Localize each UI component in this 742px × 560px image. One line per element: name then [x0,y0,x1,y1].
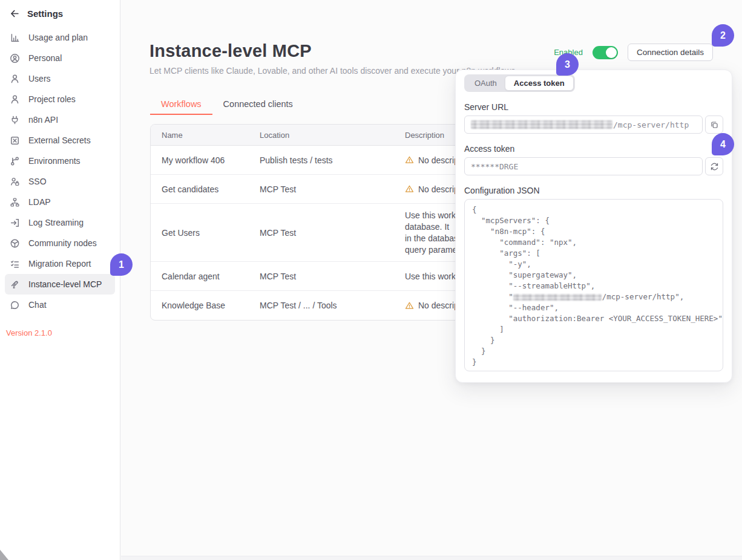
sidebar-item-label: Instance-level MCP [28,279,102,289]
plug-icon [10,115,20,125]
user-icon [10,94,20,105]
refresh-icon [710,162,719,171]
annotation-badge-1: 1 [110,253,133,276]
redacted-server-host [513,294,602,301]
code-line: "command": "npx", [472,237,715,248]
sidebar-item-label: Usage and plan [28,33,88,42]
page-title: Instance-level MCP [149,41,312,61]
sidebar-item-label: SSO [28,177,47,186]
sidebar-title: Settings [27,8,63,19]
sidebar-item-label: Environments [28,156,80,166]
sidebar-nav: Usage and plan Personal Users Project ro… [0,25,120,317]
code-line: "supergateway", [472,270,715,281]
sidebar-item-label: LDAP [28,197,51,207]
workflow-location: MCP Test [258,272,404,281]
configuration-json-label: Configuration JSON [464,186,723,195]
warning-icon [405,301,414,310]
workflow-name: My workflow 406 [151,155,258,165]
vault-icon [10,135,20,146]
version-label: Version 2.1.0 [0,317,120,337]
mcp-enabled-toggle[interactable] [593,46,618,59]
sidebar-item-chat[interactable]: Chat [5,295,115,315]
chat-icon [10,300,20,310]
horizontal-scrollbar-track[interactable] [121,556,742,560]
tab-connected-clients[interactable]: Connected clients [212,97,304,115]
code-line: } [472,346,715,357]
sidebar-item-external-secrets[interactable]: External Secrets [5,130,115,151]
sidebar-item-users[interactable]: Users [5,68,115,89]
user-circle-icon [10,53,20,63]
code-line: } [472,335,715,346]
code-line: "authorization:Bearer <YOUR_ACCESS_TOKEN… [472,313,715,324]
sidebar-item-label: Community nodes [28,238,97,248]
workflow-location: MCP Test [258,228,404,238]
header-controls: Enabled Connection details [554,44,713,61]
code-line: ] [472,324,715,335]
workflow-name: Get candidates [151,184,258,194]
workflow-location: Publish tests / tests [258,155,404,165]
sidebar-item-n8n-api[interactable]: n8n API [5,109,115,130]
access-token-input[interactable]: ******DRGE [464,157,703,175]
workflow-location: MCP Test [258,184,404,194]
settings-sidebar: Settings Usage and plan Personal Users P… [0,0,120,560]
annotation-badge-3: 3 [556,53,579,76]
log-in-icon [10,218,20,228]
sidebar-item-label: Chat [28,300,47,310]
git-branch-icon [10,156,20,166]
user-icon [10,74,20,84]
warning-icon [405,155,414,164]
package-icon [10,238,20,249]
workflow-name: Get Users [151,228,258,238]
column-header-location: Location [258,131,404,140]
sidebar-item-label: Users [28,74,51,83]
checklist-icon [10,259,20,269]
workflow-name: Calendar agent [151,272,258,281]
hierarchy-icon [10,197,20,207]
tab-access-token[interactable]: Access token [505,76,574,91]
access-token-label: Access token [464,144,723,154]
warning-icon [405,184,414,194]
sidebar-item-sso[interactable]: SSO [5,171,115,192]
code-line: "--streamableHttp", [472,281,715,291]
sidebar-item-label: Log Streaming [28,218,84,227]
code-line: "--header", [472,302,715,313]
sidebar-item-migration-report[interactable]: Migration Report [5,253,115,274]
redacted-server-host [471,120,612,129]
sidebar-item-label: n8n API [28,115,58,125]
workflow-name: Knowledge Base [151,301,258,310]
sidebar-item-personal[interactable]: Personal [5,48,115,68]
sidebar-item-label: External Secrets [28,135,91,145]
column-header-name: Name [151,131,258,140]
sidebar-item-ldap[interactable]: LDAP [5,192,115,212]
server-url-label: Server URL [464,102,723,112]
tab-oauth[interactable]: OAuth [466,76,505,90]
arrow-left-icon [10,8,20,19]
server-url-input[interactable]: /mcp-server/http [464,116,703,134]
sidebar-item-environments[interactable]: Environments [5,151,115,171]
sidebar-item-community-nodes[interactable]: Community nodes [5,233,115,253]
mcp-icon [10,279,20,290]
server-url-suffix: /mcp-server/http [613,120,689,129]
page-tabs: Workflows Connected clients [150,97,304,115]
copy-server-url-button[interactable] [705,116,723,134]
toggle-knob [606,47,617,58]
sidebar-item-usage-and-plan[interactable]: Usage and plan [5,27,115,48]
connection-details-button[interactable]: Connection details [628,44,713,61]
workflow-location: MCP Test / ... / Tools [258,301,404,310]
code-line: "mcpServers": { [472,215,715,226]
connection-details-popover: OAuth Access token Server URL /mcp-serve… [455,70,732,383]
sidebar-item-label: Migration Report [28,259,91,269]
sidebar-item-label: Project roles [28,94,76,104]
annotation-badge-4: 4 [712,133,734,155]
tab-workflows[interactable]: Workflows [150,97,212,115]
sidebar-item-instance-level-mcp[interactable]: Instance-level MCP [5,274,115,295]
settings-back[interactable]: Settings [0,0,120,25]
code-line: } [472,357,715,368]
regenerate-token-button[interactable] [705,157,723,175]
annotation-badge-2: 2 [712,24,734,47]
sidebar-item-log-streaming[interactable]: Log Streaming [5,212,115,233]
configuration-json-box[interactable]: { "mcpServers": { "n8n-mcp": { "command"… [464,199,723,371]
sidebar-item-project-roles[interactable]: Project roles [5,89,115,109]
auth-method-tabs: OAuth Access token [464,74,575,92]
code-line: "n8n-mcp": { [472,226,715,237]
